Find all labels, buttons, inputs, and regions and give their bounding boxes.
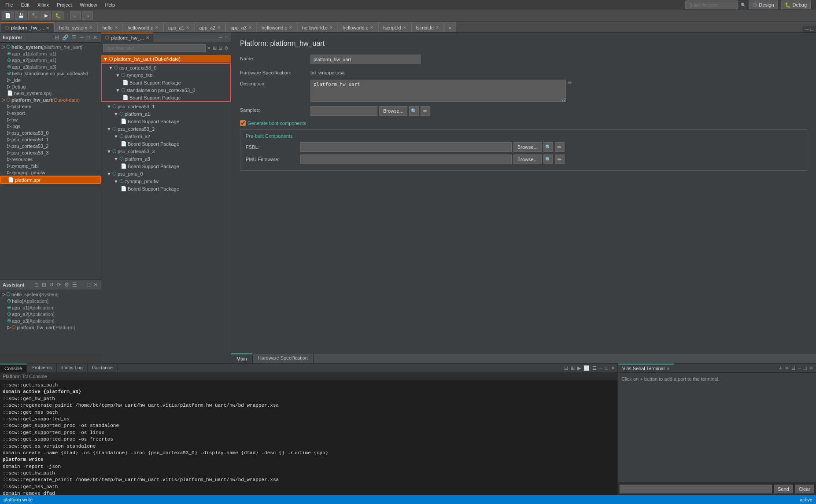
tree-zynqmp-fsbl[interactable]: ▷ zynqmp_fsbl [0,162,101,169]
description-edit-icon[interactable]: ✏ [568,80,572,86]
collapse-all-icon[interactable]: ⊟ [54,34,60,41]
serial-maximize-icon[interactable]: □ [803,365,808,371]
helloworld-c1-close[interactable]: ✕ [155,25,159,30]
assistant-icon4[interactable]: ⟳ [56,281,62,288]
platform-filter-input[interactable] [103,44,206,52]
ptree-zynqmp-pmufw[interactable]: ▼ ⬡ zynqmp_pmufw [101,177,231,185]
tree-psu-cortexa53-0[interactable]: ▷ psu_cortexa53_0 [0,129,101,136]
fsbl-edit-btn[interactable]: ✏ [555,142,565,152]
serial-add-icon[interactable]: + [778,365,783,371]
ptree-bsp-3[interactable]: 📄 Board Support Package [101,118,231,125]
hello-system-tab-close[interactable]: ✕ [89,25,92,30]
app-a1-close[interactable]: ✕ [186,25,189,30]
samples-search-btn[interactable]: 🔍 [409,106,419,116]
samples-input[interactable] [310,106,377,116]
build-btn[interactable]: 🔨 [28,11,41,20]
serial-tab-close-icon[interactable]: ✕ [666,366,670,371]
app-a2-close[interactable]: ✕ [217,25,221,30]
platform-tree-tab-close[interactable]: ✕ [146,35,149,40]
serial-minimize-icon[interactable]: ─ [797,365,802,371]
ptree-bsp-4[interactable]: 📄 Board Support Package [101,140,231,147]
ptree-platform-a2[interactable]: ▼ ⬡ platform_a2 [101,132,231,140]
ptree-psu-pmu-0[interactable]: ▼ ⬡ psu_pmu_0 [101,170,231,177]
tree-hw[interactable]: ▷ hw [0,116,101,123]
serial-settings-icon[interactable]: ✕ [784,365,790,372]
forward-btn[interactable]: → [82,11,93,20]
filter-settings-icon[interactable]: ⚙ [224,45,229,52]
tab-lscript-ld1[interactable]: lscript.ld ✕ [378,22,411,32]
tree-psu-cortexa53-1[interactable]: ▷ psu_cortexa53_1 [0,136,101,143]
assistant-tree-app-a3[interactable]: ⊕ app_a3 [Application] [0,317,101,324]
tree-app-a2[interactable]: ⊕ app_a2 [platform_a1] [0,57,101,63]
fsbl-input[interactable] [300,142,512,152]
platform-panel-maximize-icon[interactable]: □ [224,34,229,40]
serial-icon3[interactable]: ⊟ [790,365,796,372]
platform-tab-close[interactable]: ✕ [46,26,49,30]
minimize-explorer-icon[interactable]: ─ [79,34,85,41]
platform-panel-minimize-icon[interactable]: ─ [218,34,224,40]
console-maximize-icon[interactable]: □ [604,365,609,371]
console-icon5[interactable]: ☰ [591,365,598,372]
console-tab[interactable]: Console [0,364,27,372]
clear-button[interactable]: Clear [795,485,814,493]
ptree-platform-root[interactable]: ▼ ⬡ platform_hw_uart (Out-of-date) [101,55,231,63]
menu-project[interactable]: Project [53,1,75,8]
tab-hello-system[interactable]: hello_system ✕ [54,22,97,32]
quick-access-input[interactable] [685,0,738,9]
maximize-explorer-icon[interactable]: □ [86,34,91,41]
assistant-icon5[interactable]: ⚙ [63,281,70,288]
generate-boot-checkbox[interactable] [240,120,246,126]
tab-app-a1[interactable]: app_a1 ✕ [163,22,195,32]
send-button[interactable]: Send [774,485,793,493]
explorer-menu-icon[interactable]: ☰ [71,34,78,41]
tab-hello[interactable]: hello ✕ [97,22,122,32]
helloworld-c4-close[interactable]: ✕ [370,25,373,30]
ptree-platform-a3[interactable]: ▼ ⬡ platform_a3 [101,155,231,162]
tab-helloworld-c2[interactable]: helloworld.c ✕ [257,22,297,32]
back-btn[interactable]: ← [70,11,81,20]
serial-terminal-tab[interactable]: Vitis Serial Terminal ✕ [618,364,674,372]
guidance-tab[interactable]: Guidance [88,364,118,372]
ptree-platform-a1[interactable]: ▼ ⬡ platform_a1 [101,110,231,118]
menu-file[interactable]: File [2,1,17,8]
filter-clear-icon[interactable]: ✕ [207,45,211,52]
tree-hello[interactable]: ⊕ hello [standalone on psu_cortexa53_ [0,70,101,77]
tree-bitstream[interactable]: ▷ bitstream [0,103,101,110]
name-input[interactable] [310,55,421,64]
assistant-icon6[interactable]: ☰ [71,281,78,288]
filter-expand-icon[interactable]: ⊞ [212,45,217,52]
new-btn[interactable]: 📄 [2,11,14,20]
console-icon2[interactable]: ⊞ [570,365,576,372]
tree-psu-cortexa53-2[interactable]: ▷ psu_cortexa53_2 [0,143,101,149]
samples-browse-btn[interactable]: Browse... [379,106,407,116]
minimize-icon[interactable]: ─ [805,26,809,32]
menu-help[interactable]: Help [101,1,118,8]
ptree-psu-0[interactable]: ▼ ⬡ psu_cortexa53_0 [107,64,230,71]
tab-helloworld-c1[interactable]: helloworld.c ✕ [123,22,163,32]
ptree-psu-2[interactable]: ▼ ⬡ psu_cortexa53_2 [101,125,231,132]
tab-lscript-ld2[interactable]: lscript.ld ✕ [411,22,444,32]
console-minimize-icon[interactable]: ─ [598,365,604,371]
vitis-log-tab[interactable]: ℹ Vitis Log [57,364,88,372]
tab-app-a3[interactable]: app_a3 ✕ [225,22,257,32]
run-btn[interactable]: ▶ [41,11,51,20]
tree-hello-system[interactable]: ▷ ⬡ hello_system [platform_hw_uart] [0,44,101,50]
design-button[interactable]: ⬡ Design [749,0,778,9]
tree-platform-hw-uart[interactable]: ▷ ⬡ platform_hw_uart (Out-of-date) [0,96,101,103]
ptree-zynqmp-fsbl[interactable]: ▼ ⬡ zynqmp_fsbl [107,71,230,79]
menu-window[interactable]: Window [76,1,100,8]
pmu-search-btn[interactable]: 🔍 [543,155,553,164]
assistant-maximize-icon[interactable]: □ [86,281,91,288]
helloworld-c3-close[interactable]: ✕ [329,25,333,30]
assistant-tree-hello-system[interactable]: ▷ ⬡ hello_system [System] [0,291,101,298]
assistant-icon1[interactable]: ⊟ [33,281,40,288]
assistant-close-icon[interactable]: ✕ [92,281,99,288]
menu-edit[interactable]: Edit [18,1,33,8]
console-icon3[interactable]: ▶ [576,365,582,372]
tree-debug[interactable]: ▷ Debug [0,83,101,90]
fsbl-browse-btn[interactable]: Browse... [513,142,542,152]
serial-input[interactable] [620,485,772,493]
tree-psu-cortexa53-3[interactable]: ▷ psu_cortexa53_3 [0,149,101,156]
ptree-bsp-5[interactable]: 📄 Board Support Package [101,162,231,170]
ptree-psu-3[interactable]: ▼ ⬡ psu_cortexa53_3 [101,147,231,155]
